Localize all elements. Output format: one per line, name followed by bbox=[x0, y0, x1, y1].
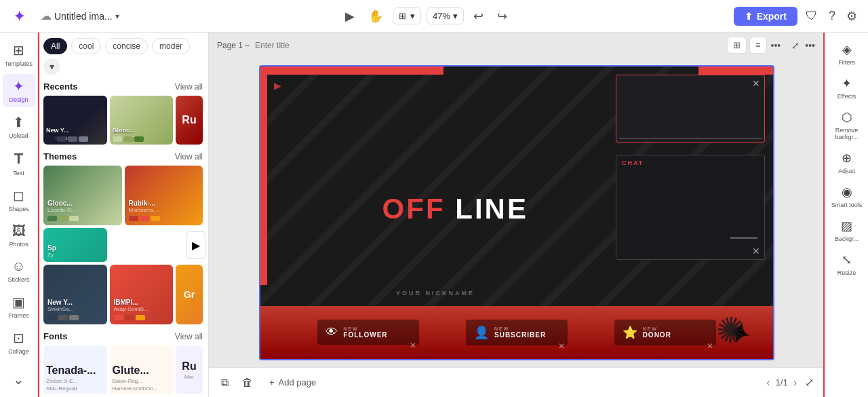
themes-header: Themes View all bbox=[43, 151, 203, 162]
theme-card-2[interactable]: Rubik-... Montserra... bbox=[125, 166, 203, 225]
fullscreen-btn[interactable]: ⤢ bbox=[802, 373, 816, 392]
sidebar-item-upload[interactable]: ⬆ Upload bbox=[3, 110, 35, 143]
export-button[interactable]: ⬆ Export bbox=[734, 7, 797, 26]
play-icon: ▶ bbox=[274, 80, 281, 91]
right-tool-resize[interactable]: ⤡ Resize bbox=[828, 248, 866, 281]
recent-card-2[interactable]: Glooc...Lucette-R... bbox=[110, 96, 174, 145]
resize-icon: ⤡ bbox=[842, 252, 852, 267]
add-page-btn[interactable]: + Add page bbox=[262, 375, 323, 390]
copy-page-btn[interactable]: ⧉ bbox=[217, 374, 233, 392]
adjust-icon: ⊕ bbox=[842, 151, 852, 166]
page-title-input[interactable] bbox=[255, 41, 357, 50]
page-expand-btn[interactable]: ⤢ bbox=[790, 39, 801, 52]
filter-tab-moder[interactable]: moder bbox=[152, 38, 190, 54]
subscriber-icon: 👤 bbox=[474, 325, 489, 340]
top-left-accent bbox=[260, 67, 443, 75]
sidebar-item-collage[interactable]: ⊡ Collage bbox=[3, 326, 35, 359]
redo-button[interactable]: ↪ bbox=[493, 6, 511, 26]
recents-grid: New Y...SinkinSa... Glooc...Lucette-R... bbox=[43, 96, 203, 145]
alert-box-donor[interactable]: ⭐ NEW DONOR ✕ bbox=[614, 320, 716, 345]
themes-row-2: Sp Zy ▶ bbox=[43, 228, 203, 262]
play-button[interactable]: ▶ bbox=[341, 6, 359, 26]
donor-icon: ⭐ bbox=[623, 325, 637, 340]
page-options-btn[interactable]: ••• bbox=[804, 39, 816, 52]
bottom-alert-bar: 👁 NEW FOLLOWER ✕ 👤 NEW SUBSCRIBER bbox=[260, 306, 773, 359]
grid-view-btn[interactable]: ⊞ bbox=[727, 37, 747, 54]
right-tool-smart[interactable]: ◉ Smart tools bbox=[828, 181, 866, 213]
chat-close-icon[interactable]: ✕ bbox=[752, 246, 760, 257]
themes-view-all[interactable]: View all bbox=[175, 152, 203, 162]
undo-button[interactable]: ↩ bbox=[469, 6, 488, 26]
webcam-box[interactable]: ✕ bbox=[616, 75, 765, 143]
page-tools: ⊞ ≡ ••• ⤢ ••• bbox=[727, 37, 816, 54]
bottom-toolbar: ⧉ 🗑 + Add page ‹ 1/1 › ⤢ bbox=[209, 367, 825, 397]
theme-card-4[interactable]: New Y... SinkinSa... bbox=[43, 265, 107, 324]
theme-card-3[interactable]: Sp Zy bbox=[43, 228, 107, 262]
sidebar-item-frames[interactable]: ▣ Frames bbox=[3, 290, 35, 323]
file-dropdown-btn[interactable]: ▾ bbox=[115, 12, 119, 21]
themes-row-3: New Y... SinkinSa... IBMPl... Asap-SemiB… bbox=[43, 265, 203, 324]
webcam-close-icon[interactable]: ✕ bbox=[752, 78, 760, 89]
theme-card-1[interactable]: Glooc... Lucette-R... bbox=[43, 166, 122, 225]
settings-button[interactable]: ⚙ bbox=[844, 6, 860, 26]
sidebar-item-templates[interactable]: ⊞ Templates bbox=[3, 38, 35, 71]
alert-box-subscriber[interactable]: 👤 NEW SUBSCRIBER ✕ bbox=[466, 320, 568, 345]
font-card-1[interactable]: Tenada-... Zocbei X-E... Stilu-Regular bbox=[43, 345, 107, 394]
sidebar-item-more[interactable]: ⌄ bbox=[3, 367, 35, 392]
right-tool-remove-bg[interactable]: ⬡ Remove backgr... bbox=[828, 106, 866, 146]
theme-card-1-font: Lucette-R... bbox=[47, 207, 118, 213]
filter-more-btn[interactable]: ▾ bbox=[43, 58, 60, 75]
sidebar-item-stickers[interactable]: ☺ Stickers bbox=[3, 254, 35, 287]
sidebar-item-photos[interactable]: 🖼 Photos bbox=[3, 219, 35, 252]
filter-tab-cool[interactable]: cool bbox=[71, 38, 101, 54]
list-view-btn[interactable]: ≡ bbox=[749, 37, 767, 54]
follower-close[interactable]: ✕ bbox=[410, 341, 416, 350]
theme-card-2-font: Montserra... bbox=[129, 207, 199, 213]
next-page-btn[interactable]: › bbox=[793, 377, 797, 389]
recent-card-1[interactable]: New Y...SinkinSa... bbox=[43, 96, 107, 145]
donor-text: NEW DONOR bbox=[643, 326, 671, 339]
right-sidebar: ◈ Filters ✦ Effects ⬡ Remove backgr... ⊕… bbox=[825, 33, 868, 397]
filter-tab-concise[interactable]: concise bbox=[105, 38, 148, 54]
font-card-3[interactable]: Ru Mor bbox=[176, 345, 203, 394]
sidebar-item-text[interactable]: T Text bbox=[3, 146, 35, 181]
filter-tabs: All cool concise moder ▾ bbox=[43, 38, 203, 75]
page-header: Page 1 – ⊞ ≡ ••• ⤢ ••• bbox=[209, 33, 825, 58]
chat-box[interactable]: CHAT ✕ bbox=[616, 155, 765, 260]
themes-container: Glooc... Lucette-R... Rubik-... Montserr… bbox=[43, 166, 203, 324]
recent-card-3[interactable]: Ru bbox=[176, 96, 203, 145]
sidebar-item-shapes[interactable]: ◻ Shapes bbox=[3, 183, 35, 216]
prev-page-btn[interactable]: ‹ bbox=[766, 377, 770, 389]
layout-button[interactable]: ⊞ ▾ bbox=[393, 7, 421, 24]
delete-page-btn[interactable]: 🗑 bbox=[238, 374, 257, 392]
recents-title: Recents bbox=[43, 81, 78, 92]
right-tool-adjust[interactable]: ⊕ Adjust bbox=[828, 147, 866, 179]
right-tool-filters[interactable]: ◈ Filters bbox=[828, 38, 866, 71]
file-info: ☁ Untitled ima... ▾ bbox=[41, 10, 119, 22]
text-icon: T bbox=[14, 150, 23, 168]
zoom-control[interactable]: 47% ▾ bbox=[427, 7, 464, 24]
collage-icon: ⊡ bbox=[13, 330, 24, 346]
webcam-bottom-bar bbox=[619, 138, 762, 139]
canvas[interactable]: ▶ OFF LINE ✕ CHAT ✕ YOUR NICKNAME bbox=[259, 65, 774, 360]
alert-box-follower[interactable]: 👁 NEW FOLLOWER ✕ bbox=[317, 320, 419, 345]
theme-card-6[interactable]: Gr bbox=[176, 265, 203, 324]
file-name[interactable]: Untitled ima... bbox=[54, 11, 113, 22]
subscriber-close[interactable]: ✕ bbox=[558, 341, 565, 351]
right-tool-background[interactable]: ▨ Backgr... bbox=[828, 214, 866, 247]
right-tool-effects[interactable]: ✦ Effects bbox=[828, 72, 866, 105]
page-more-btn[interactable]: ••• bbox=[770, 39, 783, 52]
help-button[interactable]: ? bbox=[826, 6, 838, 26]
theme-card-5[interactable]: IBMPl... Asap-SemiB... bbox=[110, 265, 174, 324]
filter-tab-all[interactable]: All bbox=[43, 38, 67, 54]
fonts-view-all[interactable]: View all bbox=[175, 332, 203, 341]
shield-button[interactable]: 🛡 bbox=[803, 6, 821, 26]
themes-arrow-btn[interactable]: ▶ bbox=[186, 231, 205, 259]
font-card-2[interactable]: Glute... Baloo-Reg... HammersmithOn... bbox=[110, 345, 174, 394]
recents-view-all[interactable]: View all bbox=[175, 82, 203, 92]
app-logo[interactable]: ✦ bbox=[8, 5, 30, 27]
templates-icon: ⊞ bbox=[13, 42, 24, 58]
hand-tool-button[interactable]: ✋ bbox=[364, 6, 387, 26]
sidebar-item-design[interactable]: ✦ Design bbox=[3, 74, 35, 107]
canvas-area: Page 1 – ⊞ ≡ ••• ⤢ ••• bbox=[209, 33, 825, 397]
